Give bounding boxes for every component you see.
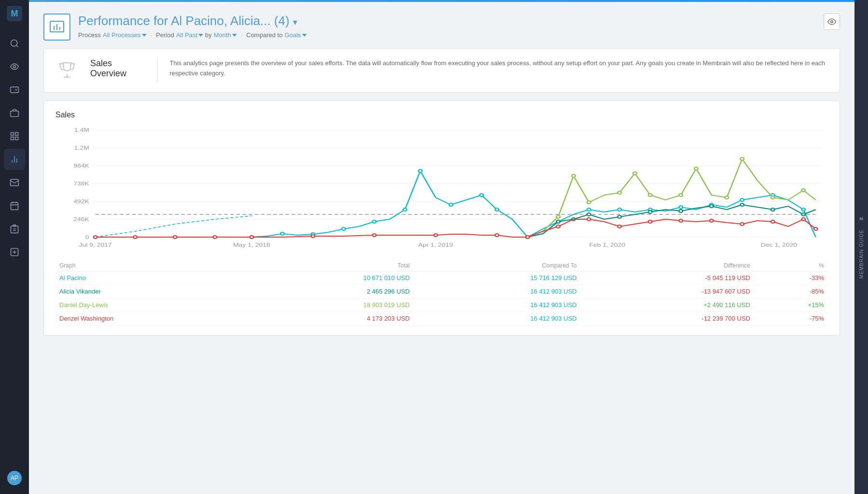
row-pct: -33% <box>754 271 828 285</box>
svg-point-85 <box>648 194 652 197</box>
sidebar-logo[interactable]: M <box>6 5 23 22</box>
sidebar-item-plus-square[interactable] <box>4 241 25 263</box>
svg-rect-5 <box>11 111 19 117</box>
svg-text:0: 0 <box>85 234 89 240</box>
svg-point-72 <box>618 215 621 218</box>
sidebar-item-calendar[interactable] <box>4 195 25 216</box>
row-name[interactable]: Denzel Washington <box>55 312 247 325</box>
svg-point-71 <box>587 213 591 216</box>
svg-point-54 <box>418 169 422 172</box>
sidebar-item-clipboard[interactable] <box>4 218 25 240</box>
svg-point-67 <box>801 208 805 211</box>
sidebar-item-chart[interactable] <box>4 149 25 170</box>
filter-compared-value[interactable]: Goals <box>285 31 307 39</box>
top-bar <box>29 0 854 2</box>
svg-point-86 <box>679 194 683 197</box>
chart-card: Sales 1.4M 1.2M 984K 738K 492K 246K 0 <box>43 100 840 336</box>
data-table: Graph Total Compared To Difference % Al … <box>55 260 828 325</box>
svg-point-97 <box>311 235 315 238</box>
right-guide: M MEMBRAIN GUIDE <box>854 0 868 494</box>
svg-point-60 <box>587 208 591 211</box>
svg-point-55 <box>449 203 453 206</box>
header-icon <box>43 14 70 41</box>
svg-rect-9 <box>15 137 18 140</box>
svg-text:246K: 246K <box>73 216 89 222</box>
sidebar: M AP <box>0 0 29 494</box>
table-row: Daniel Day-Lewis 18 903 019 USD 16 412 9… <box>55 298 828 312</box>
svg-point-27 <box>831 21 833 23</box>
overview-section: Sales Overview This analytics page prese… <box>43 48 840 93</box>
svg-point-104 <box>618 225 621 228</box>
sidebar-item-briefcase[interactable] <box>4 102 25 124</box>
svg-text:492K: 492K <box>73 198 89 204</box>
row-name[interactable]: Al Pacino <box>55 271 247 285</box>
svg-point-80 <box>556 215 560 218</box>
sales-chart: 1.4M 1.2M 984K 738K 492K 246K 0 Jul 9, 2… <box>55 125 828 251</box>
overview-divider <box>157 58 158 83</box>
svg-point-100 <box>495 234 499 237</box>
filter-by-value[interactable]: Month <box>214 31 237 39</box>
chart-title: Sales <box>55 111 828 119</box>
svg-point-63 <box>679 206 683 209</box>
svg-point-75 <box>710 205 714 208</box>
svg-point-53 <box>403 208 407 211</box>
title-name[interactable]: Al Pacino, Alicia... (4) <box>171 14 289 28</box>
overview-text: This analytics page presents the overvie… <box>169 58 828 79</box>
svg-point-109 <box>771 220 775 223</box>
svg-point-99 <box>434 234 438 237</box>
avatar[interactable]: AP <box>7 471 22 485</box>
svg-point-76 <box>740 203 744 206</box>
right-guide-text: MEMBRAIN GUIDE <box>859 229 864 279</box>
svg-point-89 <box>740 157 744 160</box>
title-chevron[interactable]: ▾ <box>293 17 297 27</box>
row-name[interactable]: Alicia Vikander <box>55 285 247 298</box>
row-difference: -12 239 700 USD <box>580 312 754 325</box>
svg-point-52 <box>372 220 376 223</box>
header-left: Performance for Al Pacino, Alicia... (4)… <box>43 14 307 41</box>
filter-by-label: by <box>205 31 212 39</box>
page-title: Performance for Al Pacino, Alicia... (4)… <box>78 14 307 28</box>
row-pct: +15% <box>754 298 828 312</box>
svg-point-94 <box>173 236 177 239</box>
svg-text:1.4M: 1.4M <box>74 127 89 133</box>
table-row: Denzel Washington 4 173 203 USD 16 412 9… <box>55 312 828 325</box>
header-filters: Process All Processes · Period All Past … <box>78 31 307 39</box>
row-compared: 16 412 903 USD <box>413 312 580 325</box>
svg-text:1.2M: 1.2M <box>74 145 89 151</box>
eye-button[interactable] <box>824 14 840 30</box>
svg-point-77 <box>771 208 775 211</box>
row-pct: -75% <box>754 312 828 325</box>
svg-point-110 <box>801 218 805 221</box>
row-difference: +2 490 116 USD <box>580 298 754 312</box>
svg-point-61 <box>618 208 621 211</box>
col-pct: % <box>754 260 828 271</box>
svg-text:Dec 1, 2020: Dec 1, 2020 <box>761 242 797 248</box>
row-pct: -85% <box>754 285 828 298</box>
trophy-icon <box>55 58 79 82</box>
svg-point-101 <box>526 236 530 239</box>
col-graph: Graph <box>55 260 247 271</box>
row-compared: 16 412 903 USD <box>413 298 580 312</box>
svg-rect-16 <box>11 226 18 233</box>
svg-rect-7 <box>15 133 18 136</box>
right-guide-logo: M <box>857 215 865 225</box>
svg-point-65 <box>740 198 744 201</box>
filter-process-value[interactable]: All Processes <box>103 31 147 39</box>
svg-point-92 <box>94 236 97 239</box>
sidebar-item-email[interactable] <box>4 172 25 193</box>
svg-point-69 <box>556 220 560 223</box>
row-total: 4 173 203 USD <box>247 312 413 325</box>
svg-point-93 <box>133 236 137 239</box>
sidebar-item-wallet[interactable] <box>4 79 25 100</box>
row-name[interactable]: Daniel Day-Lewis <box>55 298 247 312</box>
svg-point-91 <box>801 189 805 192</box>
sidebar-item-binoculars[interactable] <box>4 56 25 77</box>
svg-rect-8 <box>11 137 14 140</box>
svg-point-73 <box>648 211 652 213</box>
col-difference: Difference <box>580 260 754 271</box>
filter-period-value[interactable]: All Past <box>176 31 203 39</box>
sidebar-item-grid[interactable] <box>4 126 25 147</box>
row-total: 2 465 296 USD <box>247 285 413 298</box>
sidebar-item-search[interactable] <box>4 33 25 54</box>
svg-point-78 <box>801 213 805 216</box>
